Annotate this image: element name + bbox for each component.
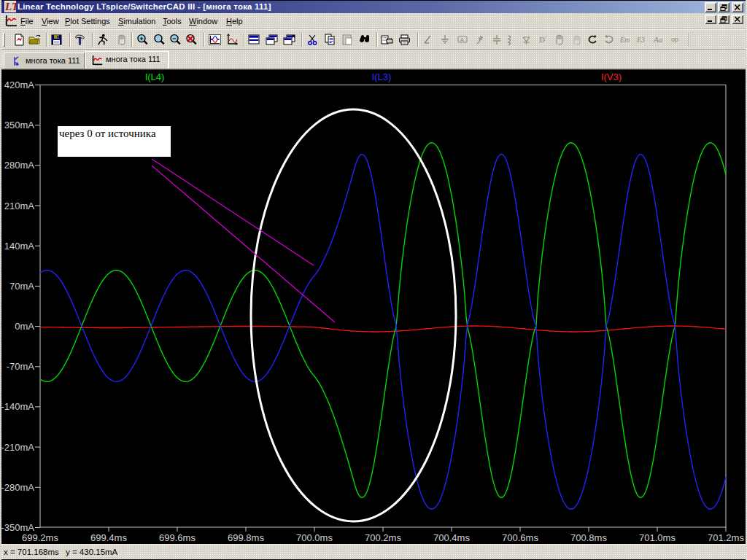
svg-text:700.0ms: 700.0ms bbox=[296, 532, 333, 543]
svg-text:-280mA: -280mA bbox=[1, 482, 34, 493]
svg-text:0mA: 0mA bbox=[15, 321, 34, 332]
svg-text:70mA: 70mA bbox=[9, 281, 34, 292]
svg-text:700.6ms: 700.6ms bbox=[502, 532, 538, 543]
svg-text:699.8ms: 699.8ms bbox=[228, 532, 264, 543]
svg-text:210mA: 210mA bbox=[4, 201, 35, 211]
svg-text:I(V3): I(V3) bbox=[601, 71, 622, 82]
svg-text:140mA: 140mA bbox=[4, 241, 35, 252]
svg-text:280mA: 280mA bbox=[4, 160, 35, 171]
svg-text:A: A bbox=[460, 37, 464, 42]
svg-text:I(L3): I(L3) bbox=[372, 71, 392, 82]
svg-text:Aa: Aa bbox=[653, 35, 663, 44]
svg-text:699.4ms: 699.4ms bbox=[90, 532, 127, 543]
svg-text:E3: E3 bbox=[636, 36, 645, 44]
svg-text:699.2ms: 699.2ms bbox=[22, 532, 58, 543]
svg-text:-210mA: -210mA bbox=[1, 442, 34, 453]
svg-text:-350mA: -350mA bbox=[1, 522, 34, 533]
svg-text:700.8ms: 700.8ms bbox=[570, 532, 607, 543]
svg-text:700.4ms: 700.4ms bbox=[433, 532, 470, 543]
svg-text:D: D bbox=[539, 35, 545, 44]
svg-text:-70mA: -70mA bbox=[7, 361, 35, 372]
svg-text:Em: Em bbox=[619, 36, 630, 44]
svg-text:-140mA: -140mA bbox=[1, 401, 34, 412]
svg-text:700.2ms: 700.2ms bbox=[365, 532, 401, 543]
svg-text:701.2ms: 701.2ms bbox=[708, 532, 744, 543]
svg-text:I(L4): I(L4) bbox=[145, 71, 165, 82]
svg-text:420mA: 420mA bbox=[4, 79, 35, 90]
svg-text:op: op bbox=[671, 36, 678, 43]
svg-text:699.6ms: 699.6ms bbox=[159, 532, 196, 543]
svg-text:350mA: 350mA bbox=[4, 120, 35, 131]
svg-text:через 0 от источника: через 0 от источника bbox=[59, 128, 156, 139]
svg-text:701.0ms: 701.0ms bbox=[639, 532, 676, 543]
